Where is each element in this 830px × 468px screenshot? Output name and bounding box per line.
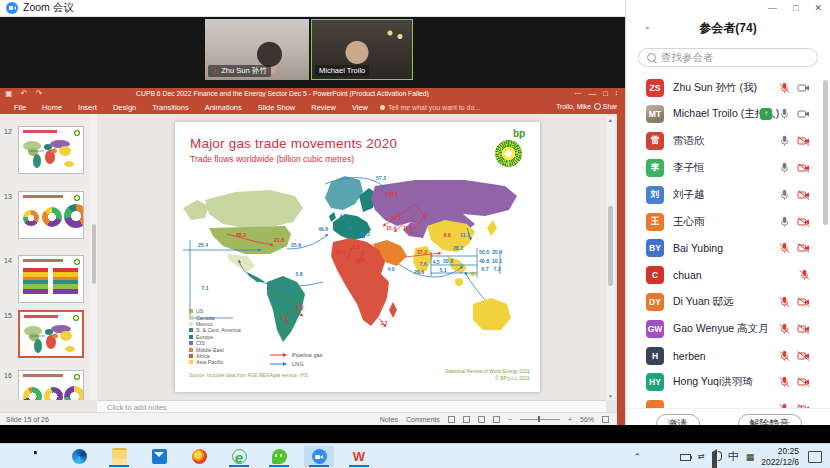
mic-muted-icon[interactable] bbox=[799, 269, 810, 281]
minimize-icon[interactable]: — bbox=[589, 89, 597, 98]
speaker-icon[interactable] bbox=[712, 452, 721, 461]
camera-off-icon[interactable] bbox=[797, 376, 810, 388]
ppt-titlebar[interactable]: ▣ ↶ ↷ CUPB 6 Dec 2022 Finance and the En… bbox=[0, 88, 625, 101]
ppt-tab-design[interactable]: Design bbox=[105, 101, 144, 114]
zoom-slider[interactable] bbox=[520, 419, 560, 420]
camera-off-icon[interactable] bbox=[797, 296, 810, 308]
scroll-down-icon[interactable]: ▼ bbox=[606, 393, 615, 399]
ppt-tab-insert[interactable]: Insert bbox=[70, 101, 105, 114]
comments-toggle[interactable]: Comments bbox=[406, 416, 440, 423]
mic-muted-icon[interactable] bbox=[779, 242, 790, 254]
thumbnail-scrollbar[interactable] bbox=[90, 114, 97, 400]
ppt-tab-view[interactable]: View bbox=[344, 101, 376, 114]
participant-row[interactable]: Hherben bbox=[626, 342, 824, 369]
notes-toggle[interactable]: Notes bbox=[380, 416, 398, 423]
taskbar-edge-icon[interactable] bbox=[64, 446, 94, 467]
mouse-icon[interactable] bbox=[664, 452, 673, 461]
ime-chinese-indicator[interactable]: 中 bbox=[728, 449, 739, 464]
participant-row[interactable]: MTMichael Troilo (主持人)↑ bbox=[626, 101, 824, 128]
slide-sorter-icon[interactable] bbox=[463, 416, 470, 423]
slideshow-icon[interactable] bbox=[493, 416, 500, 423]
panel-minimize-icon[interactable]: — bbox=[768, 3, 777, 13]
search-input[interactable]: 查找参会者 bbox=[638, 48, 818, 67]
mic-muted-icon[interactable] bbox=[779, 350, 790, 362]
mic-icon[interactable] bbox=[779, 108, 790, 120]
mic-icon[interactable] bbox=[779, 216, 790, 228]
zoom-out-icon[interactable]: − bbox=[508, 416, 512, 423]
taskbar-zoom-icon[interactable] bbox=[304, 446, 334, 467]
action-center-icon[interactable] bbox=[808, 451, 822, 463]
panel-close-icon[interactable]: ✕ bbox=[814, 3, 822, 13]
taskbar-wps-icon[interactable]: W bbox=[344, 446, 374, 467]
participant-row[interactable]: HYHong Yuqi洪羽琦 bbox=[626, 369, 824, 396]
participant-name: 王心雨 bbox=[673, 215, 705, 229]
participants-scrollbar[interactable] bbox=[823, 76, 828, 406]
zoom-icon bbox=[312, 449, 327, 464]
participant-row[interactable]: 刘刘子越 bbox=[626, 181, 824, 208]
ppt-account-name[interactable]: Troilo, Mike bbox=[556, 103, 591, 110]
camera-off-icon[interactable] bbox=[797, 135, 810, 147]
zoom-percent[interactable]: 56% bbox=[580, 416, 594, 423]
mic-icon[interactable] bbox=[779, 162, 790, 174]
slide-canvas[interactable]: Major gas trade movements 2020 Trade flo… bbox=[175, 122, 540, 392]
video-tile-zhu-sun[interactable]: ⚠Zhu Sun 孙竹 bbox=[205, 19, 309, 80]
video-tile-michael-troilo[interactable]: Michael Troilo bbox=[311, 19, 413, 80]
clock[interactable]: 20:25 2022/12/6 bbox=[761, 446, 799, 467]
participant-row[interactable]: DYDi Yuan 邸远 bbox=[626, 288, 824, 315]
camera-icon[interactable] bbox=[797, 108, 810, 120]
camera-off-icon[interactable] bbox=[797, 350, 810, 362]
mic-muted-icon[interactable] bbox=[779, 296, 790, 308]
participant-row[interactable]: BYBai Yubing bbox=[626, 235, 824, 262]
panel-maximize-icon[interactable]: □ bbox=[793, 3, 798, 13]
camera-off-icon[interactable] bbox=[797, 323, 810, 335]
tell-me-box[interactable]: Tell me what you want to do... bbox=[380, 104, 480, 111]
ppt-tab-transitions[interactable]: Transitions bbox=[144, 101, 196, 114]
mic-muted-icon[interactable] bbox=[779, 376, 790, 388]
flow-value-label: 11.1 bbox=[460, 232, 470, 238]
taskbar-file-explorer-icon[interactable] bbox=[104, 446, 134, 467]
avatar: H bbox=[646, 347, 664, 365]
participant-row[interactable]: Cchuan bbox=[626, 262, 824, 289]
wechat-icon bbox=[272, 449, 287, 464]
taskbar-green-browser-icon[interactable]: e bbox=[224, 446, 254, 467]
taskbar-start-icon[interactable] bbox=[24, 446, 54, 467]
taskbar-firefox-icon[interactable] bbox=[184, 446, 214, 467]
camera-icon[interactable] bbox=[797, 82, 810, 94]
participant-row[interactable]: ZSZhu Sun 孙竹 (我) bbox=[626, 74, 824, 101]
camera-off-icon[interactable] bbox=[797, 216, 810, 228]
maximize-icon[interactable]: □ bbox=[603, 89, 608, 98]
ppt-tab-file[interactable]: File bbox=[6, 101, 34, 114]
ppt-tab-home[interactable]: Home bbox=[34, 101, 70, 114]
mic-icon[interactable] bbox=[779, 135, 790, 147]
flow-value-label: 25.4 bbox=[198, 242, 208, 248]
mic-muted-icon[interactable] bbox=[779, 82, 790, 94]
mic-muted-icon[interactable] bbox=[779, 323, 790, 335]
ime-mode-grid-icon[interactable]: ▦ bbox=[746, 452, 755, 462]
ppt-tab-slide-show[interactable]: Slide Show bbox=[250, 101, 304, 114]
zoom-in-icon[interactable]: + bbox=[568, 416, 572, 423]
scroll-up-icon[interactable]: ▲ bbox=[606, 117, 615, 123]
camera-off-icon[interactable] bbox=[797, 189, 810, 201]
camera-off-icon[interactable] bbox=[797, 242, 810, 254]
participant-row[interactable]: 李李子恒 bbox=[626, 154, 824, 181]
usb-device-icon[interactable] bbox=[648, 452, 657, 461]
battery-icon[interactable] bbox=[680, 454, 691, 461]
fit-slide-icon[interactable] bbox=[602, 416, 609, 423]
ribbon-options-icon[interactable]: ⋯ bbox=[574, 89, 582, 98]
hidden-icons-chevron-icon[interactable]: ⌃ bbox=[633, 452, 641, 462]
slide-scrollbar[interactable]: ▲ ▼ bbox=[606, 116, 615, 400]
reading-view-icon[interactable] bbox=[478, 416, 485, 423]
participant-row[interactable]: 雷雷语欣 bbox=[626, 128, 824, 155]
participant-row[interactable]: GWGao Wenyue 高文月 bbox=[626, 315, 824, 342]
taskbar-wechat-icon[interactable] bbox=[264, 446, 294, 467]
mic-icon[interactable] bbox=[779, 189, 790, 201]
ppt-tab-animations[interactable]: Animations bbox=[197, 101, 250, 114]
ppt-tab-review[interactable]: Review bbox=[303, 101, 344, 114]
participant-row[interactable]: 王王心雨 bbox=[626, 208, 824, 235]
camera-off-icon[interactable] bbox=[797, 162, 810, 174]
flow-value-label: 5.2 bbox=[352, 244, 359, 250]
taskbar-mail-icon[interactable] bbox=[144, 446, 174, 467]
network-icon[interactable]: ⇄ bbox=[698, 452, 705, 461]
flow-value-label: 30.2 bbox=[360, 231, 370, 237]
normal-view-icon[interactable] bbox=[448, 416, 455, 423]
